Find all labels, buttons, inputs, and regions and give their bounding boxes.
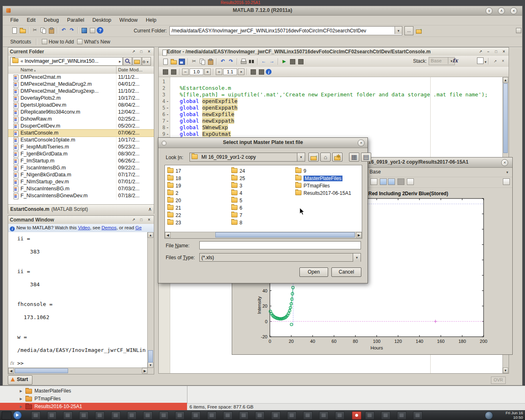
menu-parallel[interactable]: Parallel <box>67 17 84 23</box>
taskbar-app-icon[interactable] <box>143 411 153 420</box>
close-button[interactable] <box>510 7 517 14</box>
file-detail-bar[interactable]: EstartConsole.m(MATLAB Script) <box>8 204 154 214</box>
shortcut-whats-new[interactable]: What's New <box>77 39 110 45</box>
multiply-button[interactable]: × <box>238 68 244 75</box>
find-icon[interactable] <box>248 58 255 65</box>
maximize-panel-icon[interactable] <box>138 217 144 223</box>
help-icon[interactable] <box>97 27 103 34</box>
file-row[interactable]: DsuperCellDev.m05/20/2... <box>8 123 154 130</box>
folder-item[interactable]: 24 <box>231 167 294 175</box>
folder-up-icon[interactable] <box>415 27 422 34</box>
copy-icon[interactable] <box>199 58 206 65</box>
forward-icon[interactable] <box>268 58 276 65</box>
file-row[interactable]: F_NImStartup_dev.m07/01/2... <box>8 178 154 185</box>
file-row-selected[interactable]: EstartConsole.m07/06/2... <box>8 130 154 137</box>
folder-item[interactable]: 6 <box>231 204 294 212</box>
folder-item[interactable]: 7 <box>231 212 294 219</box>
up-one-level-icon[interactable] <box>308 153 319 162</box>
back-icon[interactable] <box>260 58 267 65</box>
folder-item[interactable]: 2 <box>167 189 230 197</box>
folder-item[interactable]: 9 <box>295 167 362 175</box>
open-icon[interactable] <box>170 58 177 65</box>
file-row[interactable]: F_IscanIntensBG.m09/22/2... <box>8 164 154 171</box>
redo-icon[interactable] <box>68 27 75 34</box>
taskbar-browser-icon[interactable] <box>352 411 361 420</box>
expander-icon[interactable] <box>20 387 22 395</box>
paste-icon[interactable] <box>48 27 55 34</box>
folder-item[interactable]: 19 <box>167 182 230 189</box>
info-icon[interactable] <box>266 69 272 75</box>
column-date[interactable]: Date Mod... <box>118 67 142 72</box>
file-row[interactable]: DpertsUploadDev.m08/04/2... <box>8 102 154 109</box>
file-row[interactable]: DReplicate96to384conv.m12/04/2... <box>8 109 154 116</box>
run-icon[interactable] <box>281 58 288 65</box>
taskbar-app-icon[interactable] <box>255 411 265 420</box>
print-icon[interactable] <box>240 58 247 65</box>
network-globe-icon[interactable] <box>485 411 493 420</box>
file-row[interactable]: DshowRaw.m02/25/2... <box>8 116 154 123</box>
collapse-icon[interactable] <box>148 206 152 212</box>
undo-icon[interactable] <box>60 27 67 34</box>
folder-item[interactable]: 18 <box>167 175 230 182</box>
folder-item[interactable]: 5 <box>231 197 294 204</box>
taskbar-app-icon[interactable] <box>175 411 185 420</box>
folder-item[interactable]: 22 <box>167 212 230 219</box>
value-field-2[interactable]: 1.1 <box>223 68 237 75</box>
search-icon[interactable] <box>123 57 132 66</box>
close-panel-icon[interactable] <box>146 49 152 55</box>
combo-dropdown-icon[interactable] <box>353 253 361 262</box>
menu-help[interactable]: Help <box>146 17 157 23</box>
maximize-panel-icon[interactable] <box>493 49 499 55</box>
divide-button[interactable]: ÷ <box>216 68 222 75</box>
current-folder-input[interactable] <box>171 27 394 34</box>
folder-item[interactable]: 20 <box>167 197 230 204</box>
browse-icon[interactable] <box>132 57 142 66</box>
open-button[interactable]: Open <box>299 267 328 277</box>
taskbar-app-icon[interactable] <box>303 411 313 420</box>
start-button[interactable]: Start <box>8 375 32 385</box>
code-analyzer-icon[interactable] <box>249 68 257 75</box>
insert-cell-icon[interactable] <box>162 68 169 75</box>
file-row[interactable]: DMPexcel2mat_MediaDrug2exp...11/10/2... <box>8 88 154 95</box>
publish-icon[interactable] <box>297 58 304 65</box>
taskbar-app-icon[interactable] <box>397 411 406 420</box>
undock-icon[interactable] <box>130 49 137 55</box>
column-name[interactable]: Name <box>21 67 36 72</box>
close-icon[interactable] <box>500 58 506 64</box>
run-section-icon[interactable] <box>289 58 296 65</box>
profiler-icon[interactable] <box>258 68 265 75</box>
taskbar-app-icon[interactable] <box>127 411 137 420</box>
taskbar-app-icon[interactable] <box>159 411 169 420</box>
dialog-close-button[interactable] <box>358 139 365 146</box>
menu-desktop[interactable]: Desktop <box>92 17 111 23</box>
menu-file[interactable]: File <box>10 17 18 23</box>
taskbar-app-icon[interactable] <box>63 411 73 420</box>
combo-dropdown-icon[interactable] <box>395 27 402 34</box>
shortcut-how-to-add[interactable]: How to Add <box>42 39 74 45</box>
dialog-titlebar[interactable]: Select input Master Plate text file <box>158 138 368 148</box>
undock-icon[interactable] <box>130 217 137 223</box>
folder-list[interactable]: 17 18 19 2 20 21 22 23 24 25 3 4 5 6 7 8… <box>164 165 362 239</box>
titlebar[interactable]: MATLAB 7.12.0 (R2011a) <box>3 6 522 16</box>
stack-combo[interactable]: Base <box>429 57 455 65</box>
horizontal-scrollbar[interactable]: ◀ ▶ <box>8 368 148 374</box>
value-field-1[interactable]: 1.0 <box>189 68 203 75</box>
minimize-panel-icon[interactable] <box>485 49 491 55</box>
breadcrumb[interactable]: InovImager_jwrCF_WINLinx150... <box>10 57 123 66</box>
expander-icon[interactable] <box>20 403 22 411</box>
command-output-area[interactable]: ii = 383 ii = 384 fhconsole = 173.1062 w… <box>8 232 148 368</box>
folder-item[interactable]: PTmapFiles <box>295 182 362 189</box>
video-link[interactable]: Video <box>78 225 90 230</box>
files-of-type-combo[interactable]: (*.xls) <box>199 253 361 262</box>
tree-item[interactable]: PTmapFiles <box>0 395 187 403</box>
folder-item[interactable]: 4 <box>231 189 294 197</box>
close-panel-icon[interactable] <box>146 217 152 223</box>
paste-icon[interactable] <box>207 58 214 65</box>
file-row[interactable]: F_NIscanIntensBG.m07/03/2... <box>8 185 154 192</box>
file-row[interactable]: F_IgenBkGrdData.m08/30/2... <box>8 151 154 158</box>
browse-folder-button[interactable]: ... <box>404 26 413 35</box>
close-panel-icon[interactable] <box>501 49 507 55</box>
file-row[interactable]: DMPexcel2mat.m11/11/2... <box>8 74 154 81</box>
cancel-button[interactable]: Cancel <box>331 267 361 277</box>
decrease-button[interactable]: − <box>182 68 189 75</box>
